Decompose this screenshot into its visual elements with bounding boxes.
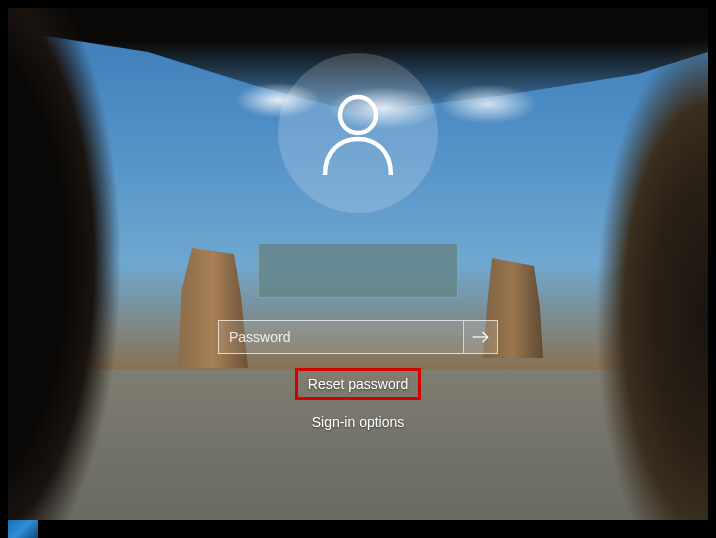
user-avatar [278, 53, 438, 213]
person-icon [313, 88, 403, 178]
signin-options-link[interactable]: Sign-in options [312, 414, 405, 430]
password-input[interactable] [219, 321, 463, 353]
taskbar-thumbnail[interactable] [8, 520, 38, 538]
annotation-highlight: Reset password [295, 368, 421, 400]
arrow-right-icon [471, 329, 491, 345]
username-display [258, 243, 458, 298]
submit-button[interactable] [463, 321, 497, 353]
background-rock-left [8, 8, 208, 520]
login-panel: Reset password Sign-in options [218, 53, 498, 430]
background-rock-right [578, 8, 708, 520]
svg-point-0 [340, 97, 376, 133]
lock-screen: Reset password Sign-in options [8, 8, 708, 520]
reset-password-link[interactable]: Reset password [308, 376, 408, 392]
password-row [218, 320, 498, 354]
